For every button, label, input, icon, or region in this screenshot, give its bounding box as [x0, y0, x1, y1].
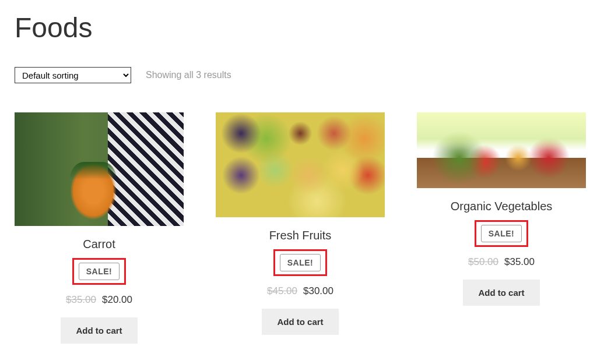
old-price: $45.00 — [267, 285, 297, 296]
add-to-cart-button[interactable]: Add to cart — [61, 317, 137, 344]
sort-select[interactable]: Default sorting — [15, 67, 131, 83]
sale-price: $35.00 — [504, 256, 535, 267]
product-card-fruits: Fresh Fruits SALE! $45.00$30.00 Add to c… — [216, 112, 385, 335]
product-card-carrot: Carrot SALE! $35.00$20.00 Add to cart — [15, 112, 184, 344]
product-name[interactable]: Carrot — [83, 238, 115, 251]
add-to-cart-button[interactable]: Add to cart — [463, 280, 539, 306]
product-name[interactable]: Organic Vegetables — [451, 200, 553, 213]
sale-badge: SALE! — [280, 254, 321, 271]
price-row: $50.00$35.00 — [468, 256, 535, 268]
product-image[interactable] — [216, 112, 385, 217]
add-to-cart-button[interactable]: Add to cart — [262, 309, 338, 335]
sale-badge: SALE! — [481, 225, 522, 242]
toolbar: Default sorting Showing all 3 results — [15, 67, 582, 83]
old-price: $35.00 — [66, 294, 96, 305]
product-card-vegetables: Organic Vegetables SALE! $50.00$35.00 Ad… — [417, 112, 586, 306]
product-name[interactable]: Fresh Fruits — [269, 229, 332, 242]
product-grid: Carrot SALE! $35.00$20.00 Add to cart Fr… — [15, 112, 582, 344]
sale-price: $20.00 — [102, 294, 132, 305]
sale-highlight: SALE! — [475, 220, 529, 247]
result-count: Showing all 3 results — [146, 70, 231, 80]
product-image[interactable] — [15, 112, 184, 226]
old-price: $50.00 — [468, 256, 498, 267]
price-row: $45.00$30.00 — [267, 285, 333, 297]
price-row: $35.00$20.00 — [66, 294, 132, 306]
sale-badge: SALE! — [79, 263, 120, 280]
sale-highlight: SALE! — [72, 258, 127, 285]
product-image[interactable] — [417, 112, 586, 188]
sale-highlight: SALE! — [273, 249, 328, 276]
page-title: Foods — [15, 12, 582, 44]
sale-price: $30.00 — [303, 285, 333, 296]
